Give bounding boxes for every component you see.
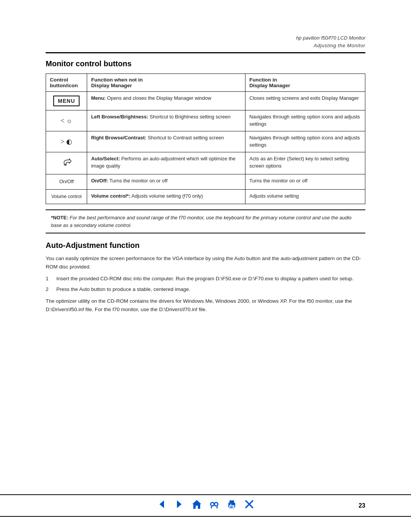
func-dm-brightness: Navigates through setting option icons a… (245, 110, 365, 131)
svg-rect-15 (230, 507, 233, 508)
func-not-dm-auto: Auto/Select: Performs an auto-adjustment… (87, 152, 245, 174)
note-prefix: *NOTE: (51, 215, 68, 220)
page-container: hp pavilion f50/f70 LCD Monitor Adjustin… (0, 0, 411, 532)
list-item: 2 Press the Auto button to produce a sta… (53, 285, 365, 294)
func-dm-contrast: Navigates through setting option icons a… (245, 131, 365, 152)
nav-search-icon[interactable] (209, 499, 220, 512)
icon-cell-contrast: > ◐ (46, 131, 87, 152)
nav-print-icon[interactable] (226, 499, 237, 512)
col-header-func-dm: Function inDisplay Manager (245, 74, 365, 92)
func-not-dm-onoff: On/Off: Turns the monitor on or off (87, 174, 245, 189)
svg-point-4 (211, 503, 213, 505)
nav-arrow-right-icon[interactable] (174, 499, 185, 512)
table-row: Volume control Volume control*: Adjusts … (46, 189, 365, 204)
func-dm-volume: Adjusts volume setting (245, 189, 365, 204)
control-table: Controlbutton/icon Function when not inD… (46, 73, 365, 204)
svg-marker-0 (159, 500, 164, 508)
func-dm-onoff: Turns the monitor on or off (245, 174, 365, 189)
auto-select-icon (61, 156, 72, 168)
numbered-list: 1 Insert the provided CD-ROM disc into t… (53, 275, 365, 293)
col-header-control: Controlbutton/icon (46, 74, 87, 92)
func-dm-auto: Acts as an Enter (Select) key to select … (245, 152, 365, 174)
svg-marker-2 (192, 500, 201, 509)
svg-rect-7 (213, 503, 215, 505)
doc-title: hp pavilion f50/f70 LCD Monitor (0, 34, 365, 42)
header-area: hp pavilion f50/f70 LCD Monitor Adjustin… (0, 0, 411, 52)
func-not-dm-brightness: Left Browse/Brightness: Shortcut to Brig… (87, 110, 245, 131)
icon-cell-volume: Volume control (46, 189, 87, 204)
col-header-func-not-dm: Function when not inDisplay Manager (87, 74, 245, 92)
doc-subtitle: Adjusting the Monitor (0, 42, 365, 50)
main-content: Monitor control buttons Controlbutton/ic… (0, 59, 411, 314)
step1-text: Insert the provided CD-ROM disc into the… (56, 276, 354, 281)
func-not-dm-volume: Volume control*: Adjusts volume setting … (87, 189, 245, 204)
nav-home-icon[interactable] (191, 499, 202, 512)
table-row: Auto/Select: Performs an auto-adjustment… (46, 152, 365, 174)
svg-rect-8 (211, 506, 212, 508)
svg-rect-11 (229, 500, 234, 503)
svg-point-6 (215, 503, 217, 505)
nav-arrow-left-icon[interactable] (156, 499, 167, 512)
table-row: MENU Menu: Opens and closes the Display … (46, 92, 365, 110)
svg-rect-9 (217, 506, 218, 508)
icon-cell-auto (46, 152, 87, 174)
footer-nav: 23 (0, 494, 411, 517)
icon-cell-onoff: On/Off (46, 174, 87, 189)
table-row: > ◐ Right Browse/Contrast: Shortcut to C… (46, 131, 365, 152)
page-number: 23 (358, 502, 365, 509)
icon-cell-brightness: < ☼ (46, 110, 87, 131)
func-not-dm-contrast: Right Browse/Contrast: Shortcut to Contr… (87, 131, 245, 152)
step2-text: Press the Auto button to produce a stabl… (56, 286, 190, 292)
table-row: On/Off On/Off: Turns the monitor on or o… (46, 174, 365, 189)
note-text: For the best performance and sound range… (51, 215, 352, 228)
table-row: < ☼ Left Browse/Brightness: Shortcut to … (46, 110, 365, 131)
section1-title: Monitor control buttons (46, 59, 365, 68)
svg-rect-14 (230, 506, 233, 507)
func-not-dm-menu: Menu: Opens and closes the Display Manag… (87, 92, 245, 110)
note-box: *NOTE: For the best performance and soun… (46, 209, 365, 233)
section2-title: Auto-Adjustment function (46, 241, 365, 250)
table-header-row: Controlbutton/icon Function when not inD… (46, 74, 365, 92)
top-rule (46, 52, 365, 53)
icon-cell-menu: MENU (46, 92, 87, 110)
svg-marker-1 (177, 500, 182, 508)
svg-rect-13 (230, 504, 231, 505)
menu-icon-box: MENU (53, 96, 80, 106)
list-item: 1 Insert the provided CD-ROM disc into t… (53, 275, 365, 283)
section2-intro: You can easily optimize the screen perfo… (46, 254, 365, 271)
nav-close-icon[interactable] (244, 499, 255, 512)
section2-outro: The optimizer utility on the CD-ROM cont… (46, 297, 365, 313)
func-dm-menu: Closes setting screens and exits Display… (245, 92, 365, 110)
